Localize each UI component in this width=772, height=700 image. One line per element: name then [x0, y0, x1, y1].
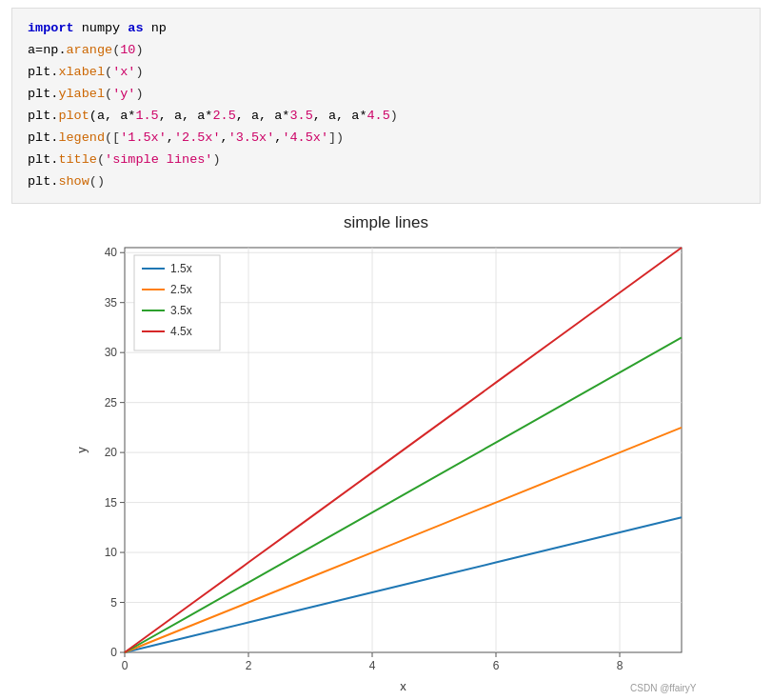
svg-text:8: 8	[616, 659, 623, 672]
svg-text:40: 40	[104, 246, 117, 259]
svg-text:35: 35	[104, 295, 117, 309]
svg-text:5: 5	[110, 595, 117, 609]
svg-text:4.5x: 4.5x	[170, 325, 192, 338]
chart-svg: 051015202530354002468yx1.5x2.5x3.5x4.5x	[72, 238, 701, 695]
svg-text:3.5x: 3.5x	[170, 304, 192, 317]
svg-text:4: 4	[368, 659, 375, 672]
chart-container: 051015202530354002468yx1.5x2.5x3.5x4.5x …	[72, 238, 701, 695]
watermark: CSDN @ffairyY	[630, 683, 696, 693]
svg-text:15: 15	[104, 495, 117, 509]
svg-text:2: 2	[245, 659, 251, 672]
svg-text:10: 10	[104, 546, 117, 559]
code-block: import numpy as npa=np.arange(10)plt.xla…	[11, 8, 761, 204]
svg-text:30: 30	[104, 346, 117, 359]
svg-text:20: 20	[104, 446, 117, 459]
svg-text:1.5x: 1.5x	[170, 262, 192, 275]
chart-title: simple lines	[344, 213, 428, 232]
svg-text:25: 25	[104, 395, 117, 409]
svg-text:0: 0	[121, 659, 128, 672]
chart-section: simple lines 051015202530354002468yx1.5x…	[0, 213, 772, 695]
svg-text:0: 0	[110, 646, 117, 659]
svg-text:6: 6	[492, 659, 499, 672]
svg-text:2.5x: 2.5x	[170, 283, 192, 296]
svg-text:x: x	[400, 679, 406, 693]
svg-text:y: y	[74, 446, 89, 452]
